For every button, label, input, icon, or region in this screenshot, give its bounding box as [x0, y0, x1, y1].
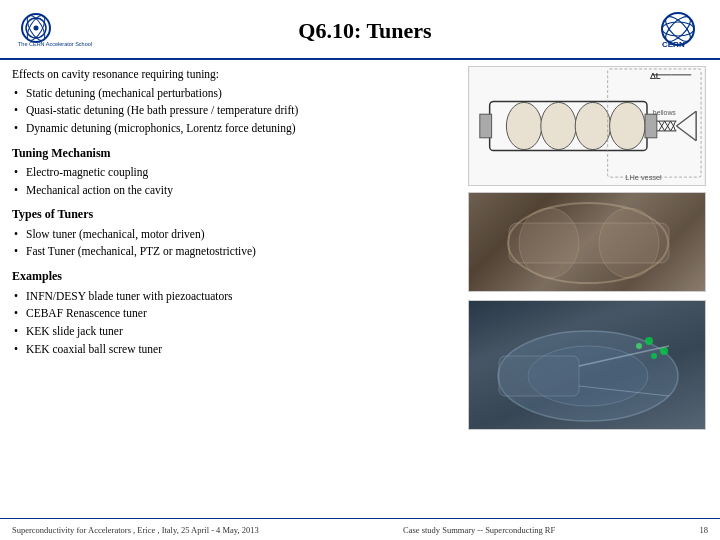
right-column: ΔL LHe vessel bellows — [468, 66, 708, 514]
main-content: Effects on cavity resonance requiring tu… — [0, 60, 720, 518]
footer-left: Superconductivity for Accelerators , Eri… — [12, 525, 259, 535]
cad-photo-overlay — [469, 301, 706, 430]
svg-text:The CERN Accelerator School: The CERN Accelerator School — [18, 41, 92, 47]
svg-point-15 — [575, 102, 610, 149]
types-item-2: Fast Tuner (mechanical, PTZ or magnetost… — [12, 243, 460, 260]
effects-item-3: Dynamic detuning (microphonics, Lorentz … — [12, 120, 460, 137]
examples-title: Examples — [12, 268, 460, 285]
section-tuning-mechanism: Tuning Mechanism Electro-magnetic coupli… — [12, 145, 460, 199]
footer-page: 18 — [700, 525, 709, 535]
slide: The CERN Accelerator School Q6.10: Tuner… — [0, 0, 720, 540]
svg-text:CERN: CERN — [662, 40, 685, 49]
tuning-mechanism-title: Tuning Mechanism — [12, 145, 460, 162]
types-list: Slow tuner (mechanical, motor driven) Fa… — [12, 226, 460, 260]
svg-point-4 — [34, 26, 39, 31]
svg-point-16 — [610, 102, 645, 149]
cern-logo: CERN — [652, 11, 704, 51]
svg-point-13 — [506, 102, 541, 149]
footer-right: Case study Summary -- Superconducting RF — [403, 525, 555, 535]
cavity-photo — [468, 192, 706, 292]
cavity-diagram: ΔL LHe vessel bellows — [468, 66, 706, 186]
cern-logo-container: CERN — [634, 9, 704, 53]
types-item-1: Slow tuner (mechanical, motor driven) — [12, 226, 460, 243]
tuning-mechanism-list: Electro-magnetic coupling Mechanical act… — [12, 164, 460, 198]
cas-logo: The CERN Accelerator School — [16, 10, 92, 52]
effects-item-1: Static detuning (mechanical perturbation… — [12, 85, 460, 102]
svg-point-41 — [636, 343, 642, 349]
examples-item-4: KEK coaxial ball screw tuner — [12, 341, 460, 358]
mechanism-item-1: Electro-magnetic coupling — [12, 164, 460, 181]
effects-item-2: Quasi-static detuning (He bath pressure … — [12, 102, 460, 119]
diagram-svg: ΔL LHe vessel bellows — [469, 67, 705, 185]
svg-point-9 — [662, 22, 694, 36]
svg-text:LHe vessel: LHe vessel — [625, 173, 662, 182]
svg-rect-18 — [645, 114, 657, 138]
effects-list: Static detuning (mechanical perturbation… — [12, 85, 460, 137]
svg-point-40 — [651, 353, 657, 359]
types-title: Types of Tuners — [12, 206, 460, 223]
mechanism-item-2: Mechanical action on the cavity — [12, 182, 460, 199]
footer: Superconductivity for Accelerators , Eri… — [0, 518, 720, 540]
svg-point-14 — [541, 102, 576, 149]
cad-photo — [468, 300, 706, 430]
examples-item-3: KEK slide jack tuner — [12, 323, 460, 340]
cas-logo-container: The CERN Accelerator School — [16, 9, 96, 53]
svg-text:bellows: bellows — [653, 109, 676, 116]
examples-item-1: INFN/DESY blade tuner with piezoactuator… — [12, 288, 460, 305]
examples-list: INFN/DESY blade tuner with piezoactuator… — [12, 288, 460, 358]
svg-rect-17 — [480, 114, 492, 138]
examples-item-2: CEBAF Renascence tuner — [12, 305, 460, 322]
svg-text:ΔL: ΔL — [650, 71, 661, 81]
header: The CERN Accelerator School Q6.10: Tuner… — [0, 0, 720, 60]
section-effects: Effects on cavity resonance requiring tu… — [12, 66, 460, 137]
effects-intro: Effects on cavity resonance requiring tu… — [12, 66, 460, 83]
slide-title: Q6.10: Tuners — [96, 18, 634, 44]
left-column: Effects on cavity resonance requiring tu… — [12, 66, 460, 514]
section-examples: Examples INFN/DESY blade tuner with piez… — [12, 268, 460, 357]
svg-rect-42 — [499, 356, 579, 396]
svg-rect-34 — [509, 223, 669, 263]
svg-point-38 — [645, 337, 653, 345]
section-types: Types of Tuners Slow tuner (mechanical, … — [12, 206, 460, 260]
cavity-photo-overlay — [469, 193, 706, 292]
